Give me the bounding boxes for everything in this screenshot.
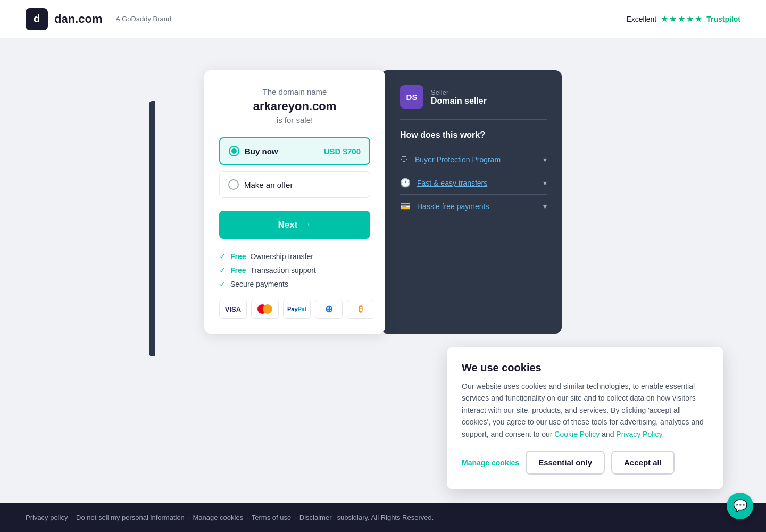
footer-terms-link[interactable]: Terms of use: [252, 513, 291, 521]
accordion-item-2[interactable]: 🕐 Fast & easy transfers ▾: [400, 171, 547, 195]
mc-circles: [257, 304, 272, 314]
accordion-item-3[interactable]: 💳 Hassle free payments ▾: [400, 195, 547, 218]
fast-transfers-link[interactable]: Fast & easy transfers: [417, 179, 487, 187]
cookie-banner: We use cookies Our website uses cookies …: [447, 347, 723, 489]
godaddy-brand: A GoDaddy Brand: [115, 15, 171, 23]
feature-text-1: Ownership transfer: [251, 252, 313, 261]
accept-all-button[interactable]: Accept all: [611, 451, 675, 475]
check-icon-1: ✓: [219, 252, 226, 261]
seller-avatar: DS: [400, 85, 423, 109]
cookie-policy-link[interactable]: Cookie Policy: [554, 430, 600, 438]
buy-option-price: USD $700: [324, 147, 361, 156]
check-icon-2: ✓: [219, 265, 226, 275]
left-accent-bar: [149, 101, 155, 356]
buy-option-left: Buy now: [229, 146, 278, 156]
seller-name: Domain seller: [431, 96, 487, 106]
seller-panel: DS Seller Domain seller How does this wo…: [381, 70, 562, 334]
check-icon-3: ✓: [219, 279, 226, 289]
domain-label: The domain name: [219, 87, 370, 96]
radio-empty-icon: [228, 179, 239, 190]
footer-dot-1: ·: [71, 513, 73, 521]
mc-orange-circle: [263, 304, 272, 314]
feature-item-3: ✓ Secure payments: [219, 279, 370, 289]
feature-item-1: ✓ Free Ownership transfer: [219, 252, 370, 261]
shield-icon: 🛡: [400, 155, 409, 164]
trustpilot-section: Excellent ★ ★ ★ ★ ★ Trustpilot: [626, 14, 740, 24]
footer-rights: subsidiary. All Rights Reserved.: [337, 513, 434, 521]
btc-symbol: ₿: [359, 304, 363, 314]
header: d dan.com A GoDaddy Brand Excellent ★ ★ …: [0, 0, 766, 38]
accordion-item-1[interactable]: 🛡 Buyer Protection Program ▾: [400, 148, 547, 171]
buy-option-label: Buy now: [245, 147, 278, 156]
buyer-protection-link[interactable]: Buyer Protection Program: [415, 155, 501, 164]
how-title: How does this work?: [400, 130, 547, 140]
seller-header: DS Seller Domain seller: [400, 85, 547, 109]
offer-option-label: Make an offer: [244, 180, 293, 189]
next-button[interactable]: Next →: [219, 211, 370, 239]
buy-now-option[interactable]: Buy now USD $700: [219, 137, 370, 165]
seller-role-label: Seller: [431, 88, 487, 96]
feature-free-2: Free: [230, 266, 246, 275]
trustpilot-stars: ★ ★ ★ ★ ★: [661, 14, 702, 24]
transfer-icon: 🕐: [400, 178, 411, 188]
trustpilot-label: Excellent: [626, 15, 656, 23]
features-list: ✓ Free Ownership transfer ✓ Free Transac…: [219, 252, 370, 289]
footer-privacy-link[interactable]: Privacy policy: [26, 513, 68, 521]
privacy-policy-link[interactable]: Privacy Policy: [616, 430, 662, 438]
star-2: ★: [669, 14, 677, 24]
dan-logo-icon: d: [26, 8, 48, 30]
visa-icon: VISA: [219, 300, 247, 319]
arrow-icon: →: [302, 219, 311, 230]
site-name: dan.com: [54, 12, 102, 26]
domain-card: The domain name arkareyon.com is for sal…: [204, 70, 385, 334]
star-3: ★: [678, 14, 685, 24]
footer-dot-3: ·: [246, 513, 248, 521]
trustpilot-brand: Trustpilot: [706, 15, 740, 23]
star-4: ★: [686, 14, 694, 24]
acc-left-2: 🕐 Fast & easy transfers: [400, 178, 487, 188]
feature-text-2: Transaction support: [251, 266, 316, 275]
footer-dot-4: ·: [294, 513, 296, 521]
chat-icon: 💬: [733, 499, 747, 513]
logo-divider: [109, 11, 109, 28]
footer: Privacy policy · Do not sell my personal…: [0, 503, 766, 532]
mastercard-icon: [251, 300, 279, 319]
alipay-symbol: ⊕: [325, 303, 333, 315]
payment-icons: VISA PayPal ⊕ ₿: [219, 300, 370, 319]
essential-only-button[interactable]: Essential only: [526, 451, 605, 475]
paypal-icon: PayPal: [283, 300, 311, 319]
alipay-icon: ⊕: [315, 300, 343, 319]
chevron-down-icon-2: ▾: [543, 179, 547, 187]
payment-icon-acc: 💳: [400, 201, 411, 211]
footer-no-sell-link[interactable]: Do not sell my personal information: [76, 513, 185, 521]
main-content: The domain name arkareyon.com is for sal…: [0, 38, 766, 355]
feature-item-2: ✓ Free Transaction support: [219, 265, 370, 275]
make-offer-option[interactable]: Make an offer: [219, 171, 370, 198]
logo-section: d dan.com A GoDaddy Brand: [26, 8, 171, 30]
star-1: ★: [661, 14, 668, 24]
feature-free-1: Free: [230, 252, 246, 261]
cookie-text: Our website uses cookies and similar tec…: [462, 380, 709, 440]
footer-disclaimer-link[interactable]: Disclaimer: [299, 513, 332, 521]
chevron-down-icon-3: ▾: [543, 202, 547, 211]
bitcoin-icon: ₿: [347, 300, 374, 319]
paypal-label: PayPal: [287, 306, 306, 312]
manage-cookies-button[interactable]: Manage cookies: [462, 459, 519, 467]
footer-dot-2: ·: [188, 513, 190, 521]
chat-button[interactable]: 💬: [727, 493, 753, 519]
star-half: ★: [695, 14, 702, 24]
hassle-payments-link[interactable]: Hassle free payments: [417, 202, 489, 211]
feature-text-3: Secure payments: [230, 280, 288, 288]
cookie-actions: Manage cookies Essential only Accept all: [462, 451, 709, 475]
footer-manage-cookies-link[interactable]: Manage cookies: [193, 513, 243, 521]
chevron-down-icon-1: ▾: [543, 155, 547, 164]
domain-name: arkareyon.com: [219, 99, 370, 113]
acc-left-3: 💳 Hassle free payments: [400, 201, 489, 211]
seller-divider: [400, 119, 547, 120]
cookie-title: We use cookies: [462, 362, 709, 374]
next-label: Next: [278, 220, 298, 230]
domain-sale-text: is for sale!: [219, 115, 370, 124]
seller-info: Seller Domain seller: [431, 88, 487, 106]
acc-left-1: 🛡 Buyer Protection Program: [400, 155, 501, 164]
visa-label: VISA: [225, 305, 241, 313]
